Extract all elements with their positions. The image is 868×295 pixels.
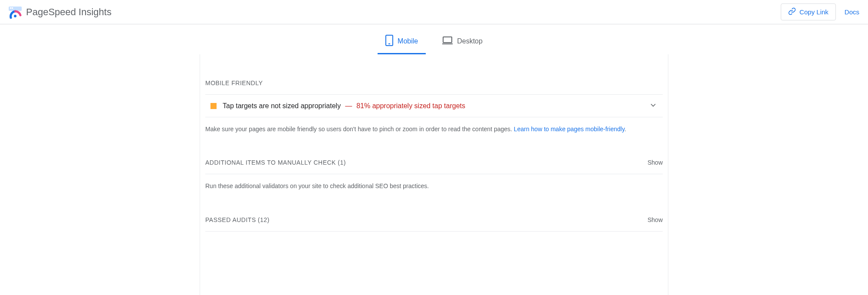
additional-items-header: Additional items to manually check (1) S… [205,159,663,174]
svg-point-3 [14,15,16,17]
learn-mobile-friendly-link[interactable]: Learn how to make pages mobile-friendly [514,126,625,133]
docs-link[interactable]: Docs [845,8,859,16]
mobile-friendly-header: Mobile Friendly [205,80,663,95]
link-icon [788,7,796,17]
additional-show-toggle[interactable]: Show [648,159,663,166]
passed-audits-header: Passed audits (12) Show [205,216,663,232]
mobile-friendly-title: Mobile Friendly [205,80,263,86]
description-suffix: . [625,126,626,133]
content-area: Mobile Friendly Tap targets are not size… [200,54,668,295]
mobile-friendly-section: Mobile Friendly Tap targets are not size… [205,54,663,134]
pagespeed-logo-icon [9,6,22,19]
audit-dash: — [345,102,352,110]
desktop-icon [442,36,453,46]
tab-desktop[interactable]: Desktop [434,30,490,54]
copy-link-label: Copy Link [799,8,829,16]
tab-desktop-label: Desktop [457,37,483,45]
tap-targets-audit-row[interactable]: Tap targets are not sized appropriately … [205,95,663,117]
description-prefix: Make sure your pages are mobile friendly… [205,126,514,133]
header-right: Copy Link Docs [781,3,859,20]
tab-mobile[interactable]: Mobile [378,30,426,54]
passed-audits-title: Passed audits [205,216,256,223]
audit-detail: 81% appropriately sized tap targets [356,102,465,110]
mobile-icon [385,35,393,48]
app-header: PageSpeed Insights Copy Link Docs [0,0,868,24]
passed-audits-count: (12) [256,216,270,223]
header-left: PageSpeed Insights [9,6,112,19]
mobile-friendly-description: Make sure your pages are mobile friendly… [205,117,663,134]
tab-mobile-label: Mobile [398,37,418,45]
audit-title: Tap targets are not sized appropriately [223,102,341,110]
copy-link-button[interactable]: Copy Link [781,3,836,20]
additional-items-title: Additional items to manually check [205,159,336,166]
svg-rect-2 [12,7,13,9]
chevron-down-icon [649,101,658,111]
svg-rect-1 [10,7,11,9]
device-tabs: Mobile Desktop [0,24,868,54]
svg-rect-6 [443,37,452,43]
warning-square-icon [210,103,217,109]
passed-audits-section: Passed audits (12) Show [205,191,663,232]
additional-items-section: Additional items to manually check (1) S… [205,134,663,191]
additional-items-description: Run these additional validators on your … [205,174,663,191]
passed-show-toggle[interactable]: Show [648,216,663,223]
app-title: PageSpeed Insights [26,7,112,18]
additional-items-count: (1) [336,159,346,166]
